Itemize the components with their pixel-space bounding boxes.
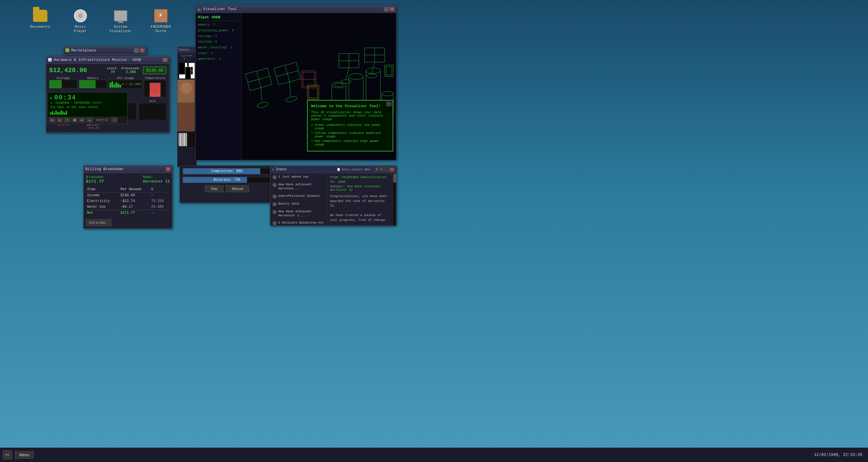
inbox-item-2[interactable]: Unprofessional Conduct (270, 192, 328, 200)
exit-marketplace-btn[interactable]: Exit to Mar... (86, 219, 112, 226)
viz-stat-solar: solar: 5 (198, 51, 239, 56)
billing-title: Billing Breakdown (85, 167, 164, 171)
viz-stat-generator: generator: 1 (198, 56, 239, 62)
inbox-scrollbar[interactable] (393, 173, 396, 225)
sidebar-item-system-visualizer[interactable]: System Visualizer (109, 9, 132, 33)
inbox-play-btn[interactable]: ▶ (379, 167, 384, 172)
marketplace-titlebar: 🟩 Marketplace _ × (63, 47, 146, 54)
billing-row-income: Income $188.69 – (86, 192, 170, 198)
billing-rank: Rank: Harvester II (143, 175, 170, 184)
hw-monitor-close-btn[interactable]: × (163, 58, 167, 62)
inbox-from-row: From: FACEMINER Administration (330, 176, 390, 179)
inbox-item-icon-0 (273, 175, 277, 179)
taskbar-logo: mi (3, 450, 12, 459)
skip-btn[interactable]: Skip (205, 185, 223, 192)
hw-storage-label: Storage (49, 76, 77, 80)
billing-rate-value: $171.77 (86, 179, 104, 184)
player-track: 1. HIDDEHOS – HOPEMINER <4×17> (50, 101, 125, 104)
play-btn[interactable]: ▶ (57, 118, 63, 123)
pause-btn[interactable]: ⏸ (64, 118, 70, 123)
inbox-body: Congratulations, you have been awarded t… (330, 194, 390, 222)
barcode-area (178, 132, 196, 147)
desktop-icon-area: Documents Music Player System Visualizer… (29, 9, 172, 33)
eq-bar-10 (66, 111, 67, 115)
classifier-qr (179, 63, 195, 79)
eq-bar-3 (54, 113, 55, 115)
eq-bar-8 (62, 112, 63, 115)
viz-minimize-btn[interactable]: _ (384, 7, 389, 11)
player-controls: ⏮ ▶ ⏸ ⏹ ⏭ ▲ SHUFFLE ↺ (48, 116, 127, 124)
eq-bar-1 (50, 112, 52, 115)
shuffle-btn[interactable]: SHUFFLE (94, 118, 110, 123)
player-display: ▶ 00:34 1. HIDDEHOS – HOPEMINER <4×17> 1… (48, 93, 127, 116)
billing-row-water: Water Use -$4.17 24.48% (86, 204, 170, 210)
hw-monitor-title: Hardware & Infrastructure Monitor: #06B (54, 58, 161, 62)
cd-icon (73, 9, 88, 23)
eq-bar-9 (64, 113, 65, 115)
monitor-icon-wrapper (114, 9, 128, 23)
inbox-item-text-0: I just wanna say (278, 175, 309, 179)
inbox-close-btn[interactable]: × (390, 167, 394, 172)
faceminer-label: FACEMINER Suite (149, 25, 172, 33)
folder-icon (33, 9, 48, 23)
completion-label: Completion: 88% (211, 169, 242, 173)
billing-col-persec: Per Second (120, 186, 150, 192)
inbox-item-5[interactable]: A Delicate Balancing Act (270, 219, 328, 225)
hw-processed-stat: Processed: 3,386 (121, 67, 140, 74)
eq-bar-6 (59, 112, 60, 115)
viz-content: Plant #06B memory: 7 processing_power: 8… (195, 13, 396, 160)
open-btn[interactable]: ▲ (87, 118, 93, 123)
billing-close-btn[interactable]: × (166, 167, 170, 171)
next-track-btn[interactable]: ⏭ (79, 118, 85, 123)
inbox-subject-row: Subject: New Rank Achieved: Harvester II (330, 185, 390, 192)
inbox-item-0[interactable]: I just wanna say (270, 173, 328, 181)
inbox-minimize-btn[interactable]: _ (384, 167, 389, 172)
sidebar-item-faceminer[interactable]: 👁 FACEMINER Suite (149, 9, 172, 33)
billing-row-net: Net $171.77 – (86, 210, 170, 216)
inbox-item-text-5: A Delicate Balancing Act (278, 221, 324, 225)
inbox-pause-btn[interactable]: ⏸ (374, 167, 379, 172)
manual-btn[interactable]: Manual (226, 185, 249, 192)
marketplace-minimize-btn[interactable]: _ (134, 49, 139, 53)
inbox-title: Inbox (276, 167, 335, 172)
eq-bar-7 (61, 110, 62, 115)
inbox-item-3[interactable]: Bounty Data (270, 200, 328, 208)
taskbar-menu-btn[interactable]: Menu (15, 451, 34, 459)
taskbar: mi Menu 12/02/1999, 22:33:26 (0, 448, 868, 462)
hw-level-stat: Level: 79 (107, 67, 119, 74)
viz-welcome-popup: Welcome to the Visualiser Tool! × This 3… (307, 100, 393, 151)
billing-col-pct: % (150, 186, 170, 192)
marketplace-icon: 🟩 (65, 48, 69, 53)
marketplace-close-btn[interactable]: × (140, 49, 145, 53)
viz-stat-storage: storage: 4 (198, 34, 239, 39)
hw-level-value: 79 (107, 70, 119, 74)
play-indicator: ▶ (50, 96, 52, 100)
viz-plant-title: Plant #06B (198, 15, 239, 20)
viz-close-btn[interactable]: × (390, 7, 394, 11)
person-face-image (178, 80, 195, 131)
viz-popup-arrow-1: > (311, 123, 313, 130)
eq-bar-4 (56, 111, 57, 115)
viz-popup-title: Welcome to the Visualiser Tool! (311, 104, 389, 108)
visualizer-tool-window: 📺 Visualizer Tool _ × Plant #06B memory:… (195, 5, 396, 160)
stop-btn[interactable]: ⏹ (71, 118, 78, 123)
viz-popup-item-red: > Red components indicate high power usa… (311, 140, 389, 146)
prev-track-btn[interactable]: ⏮ (49, 118, 56, 123)
sidebar-item-documents[interactable]: Documents (29, 9, 52, 33)
hw-monitor-icon: 📊 (48, 58, 52, 62)
inbox-to-value: #06B (338, 180, 345, 184)
viz-popup-close-btn[interactable]: × (386, 102, 392, 106)
billing-rank-value: Harvester II (143, 179, 170, 184)
viz-stat-memory: memory: 7 (198, 22, 239, 28)
sidebar-item-music-player[interactable]: Music Player (69, 9, 92, 33)
viz-stat-water-recycling: water_recycling: 2 (198, 45, 239, 51)
player-mode: mono stereo (79, 106, 98, 109)
repeat-btn[interactable]: ↺ (111, 118, 118, 123)
inbox-content: I just wanna say New Rank Achieved: Harv… (270, 173, 396, 225)
viz-popup-arrow-3: > (311, 140, 313, 146)
classifier-current: Current I... (178, 53, 196, 62)
inbox-item-1[interactable]: New Rank Achieved: Harveste... (270, 181, 328, 192)
inbox-item-4[interactable]: New Rank Achieved: Harvester I... (270, 208, 328, 219)
face-icon: 👁 (154, 9, 168, 23)
hw-processed-value: 3,386 (121, 70, 140, 74)
